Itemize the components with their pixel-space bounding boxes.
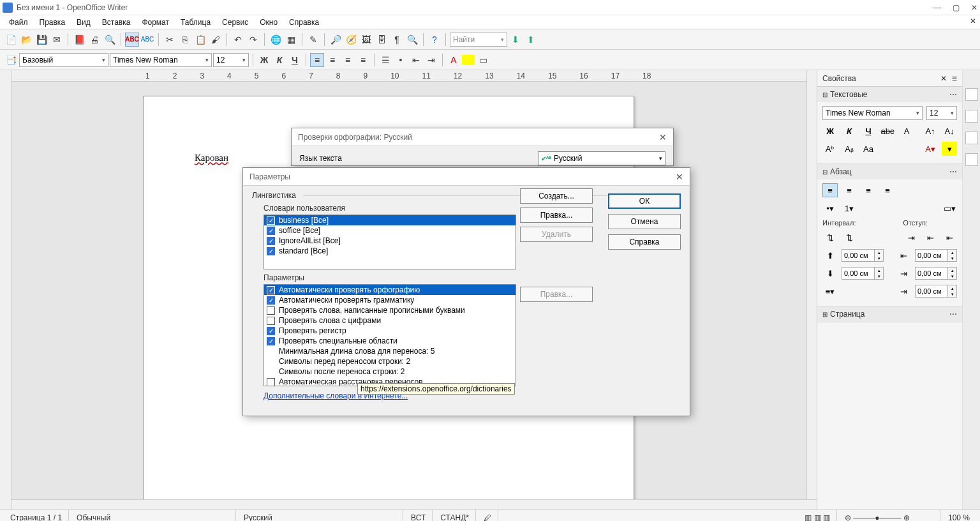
table-icon[interactable]: ▦	[284, 33, 298, 47]
minimize-button[interactable]: ―	[933, 3, 941, 12]
list-item[interactable]: Минимальная длина слова для переноса: 5	[264, 346, 516, 356]
sb-shadow-button[interactable]: A	[899, 124, 914, 138]
options-list[interactable]: ✓Автоматически проверять орфографию✓Авто…	[264, 284, 516, 386]
navigator-icon[interactable]: 🧭	[344, 33, 358, 47]
text-language-combo[interactable]: ✔ᴬᴮ Русский ▾	[538, 151, 665, 165]
vertical-scrollbar[interactable]	[806, 70, 817, 510]
cancel-button[interactable]: Отмена	[608, 214, 681, 229]
status-style[interactable]: Обычный	[70, 510, 236, 521]
options-close-icon[interactable]: ✕	[676, 172, 683, 182]
sb-underline-button[interactable]: Ч	[861, 124, 876, 138]
list-item[interactable]: ✓Проверять специальные области	[264, 336, 516, 346]
sidebar-tab-gallery[interactable]	[965, 132, 978, 144]
draw-icon[interactable]: ✎	[306, 33, 320, 47]
sb-indent-dec[interactable]: ⇤	[923, 230, 938, 245]
list-item[interactable]: ✓standard [Все]	[264, 246, 516, 256]
size-combo[interactable]: 12▾	[213, 53, 249, 67]
checkbox-icon[interactable]: ✓	[267, 286, 275, 294]
checkbox-icon[interactable]: ✓	[267, 216, 275, 225]
styles-icon[interactable]: 📑	[4, 53, 18, 67]
zoom-icon[interactable]: 🔍	[405, 33, 419, 47]
bold-button[interactable]: Ж	[257, 53, 271, 67]
pdf-icon[interactable]: 📕	[72, 33, 86, 47]
sb-super-button[interactable]: Aᵇ	[822, 142, 838, 156]
list-item[interactable]: ✓Автоматически проверять орфографию	[264, 285, 516, 295]
menu-tools[interactable]: Сервис	[217, 17, 253, 28]
list-item[interactable]: Символы перед переносом строки: 2	[264, 356, 516, 366]
status-viewlayout[interactable]: ▥ ▥ ▥	[798, 510, 837, 521]
sidebar-menu-icon[interactable]: ≡	[952, 73, 957, 84]
checkbox-icon[interactable]: ✓	[267, 247, 275, 255]
status-zoom[interactable]: 100 %	[942, 510, 976, 521]
menu-insert[interactable]: Вставка	[97, 17, 136, 28]
checkbox-icon[interactable]: ✓	[267, 327, 275, 335]
indent-left-input[interactable]: ▴▾	[915, 249, 957, 262]
sb-numbering[interactable]: 1▾	[842, 201, 857, 215]
menu-format[interactable]: Формат	[137, 17, 174, 28]
sb-align-left[interactable]: ≡	[822, 183, 838, 197]
menu-window[interactable]: Окно	[255, 17, 283, 28]
help-icon[interactable]: ?	[427, 33, 442, 47]
help-button[interactable]: Справка	[608, 234, 681, 250]
list-item[interactable]: ✓business [Все]	[264, 215, 516, 225]
status-page[interactable]: Страница 1 / 1	[4, 510, 69, 521]
sb-highlight-button[interactable]: ▾	[942, 142, 957, 156]
copy-icon[interactable]: ⎘	[178, 33, 192, 47]
list-item[interactable]: ✓IgnoreAllList [Все]	[264, 236, 516, 246]
user-dictionaries-list[interactable]: ✓business [Все]✓soffice [Все]✓IgnoreAllL…	[264, 215, 516, 269]
sidebar-tab-navigator[interactable]	[965, 153, 978, 166]
list-item[interactable]: Проверять слова с цифрами	[264, 315, 516, 326]
align-right-button[interactable]: ≡	[341, 53, 355, 67]
status-sig[interactable]: 🖊	[477, 510, 498, 521]
menu-file[interactable]: Файл	[4, 17, 33, 28]
datasources-icon[interactable]: 🗄	[375, 33, 389, 47]
checkbox-icon[interactable]: ✓	[267, 227, 275, 235]
ok-button[interactable]: ОК	[608, 193, 681, 209]
checkbox-icon[interactable]: ✓	[267, 337, 275, 345]
spellcheck-close-icon[interactable]: ✕	[659, 132, 667, 142]
italic-button[interactable]: К	[272, 53, 286, 67]
checkbox-icon[interactable]	[267, 378, 275, 386]
hyperlink-icon[interactable]: 🌐	[269, 33, 283, 47]
bullet-list-button[interactable]: •	[394, 53, 408, 67]
doc-close-button[interactable]: ✕	[970, 17, 976, 26]
status-lang[interactable]: Русский	[237, 510, 403, 521]
sb-first-indent[interactable]: ⇤	[942, 230, 957, 245]
gallery-icon[interactable]: 🖼	[359, 33, 373, 47]
format-paint-icon[interactable]: 🖌	[209, 33, 223, 47]
autospell-icon[interactable]: ABC	[140, 33, 154, 47]
nonprinting-icon[interactable]: ¶	[390, 33, 404, 47]
list-item[interactable]: ✓Проверять регистр	[264, 326, 516, 336]
menu-edit[interactable]: Правка	[34, 17, 71, 28]
save-icon[interactable]: 💾	[34, 33, 48, 47]
sb-indent-inc[interactable]: ⇥	[903, 230, 919, 245]
space-above-input[interactable]: ▴▾	[842, 249, 884, 262]
indent-first-input[interactable]: ▴▾	[915, 285, 957, 298]
section-page-header[interactable]: ⊞Страница⋯	[817, 306, 962, 322]
highlight-button[interactable]	[462, 55, 475, 65]
align-left-button[interactable]: ≡	[310, 53, 324, 67]
redo-icon[interactable]: ↷	[246, 33, 260, 47]
print-icon[interactable]: 🖨	[87, 33, 101, 47]
create-button[interactable]: Создать...	[520, 188, 593, 204]
indent-right-input[interactable]: ▴▾	[915, 267, 957, 280]
sb-space-inc[interactable]: ⇅	[822, 230, 838, 245]
find-next-icon[interactable]: ⬇	[509, 33, 523, 47]
sb-shrink-button[interactable]: A↓	[942, 124, 957, 138]
checkbox-icon[interactable]	[267, 317, 275, 325]
sidebar-font-combo[interactable]: Times New Roman▾	[822, 106, 923, 120]
sb-sub-button[interactable]: Aᵦ	[842, 142, 857, 156]
menu-view[interactable]: Вид	[71, 17, 96, 28]
align-center-button[interactable]: ≡	[325, 53, 339, 67]
checkbox-icon[interactable]: ✓	[267, 237, 275, 245]
edit-button[interactable]: Правка...	[520, 208, 593, 223]
sidebar-close-icon[interactable]: ✕	[940, 74, 947, 83]
bg-color-button[interactable]: ▭	[476, 53, 490, 67]
open-icon[interactable]: 📂	[19, 33, 33, 47]
checkbox-icon[interactable]	[267, 306, 275, 315]
status-insert[interactable]: ВСТ	[405, 510, 433, 521]
spellcheck-icon[interactable]: ABC	[125, 33, 139, 47]
options-dialog-title[interactable]: Параметры ✕	[243, 168, 690, 186]
font-combo[interactable]: Times New Roman▾	[110, 53, 212, 67]
align-justify-button[interactable]: ≡	[356, 53, 370, 67]
